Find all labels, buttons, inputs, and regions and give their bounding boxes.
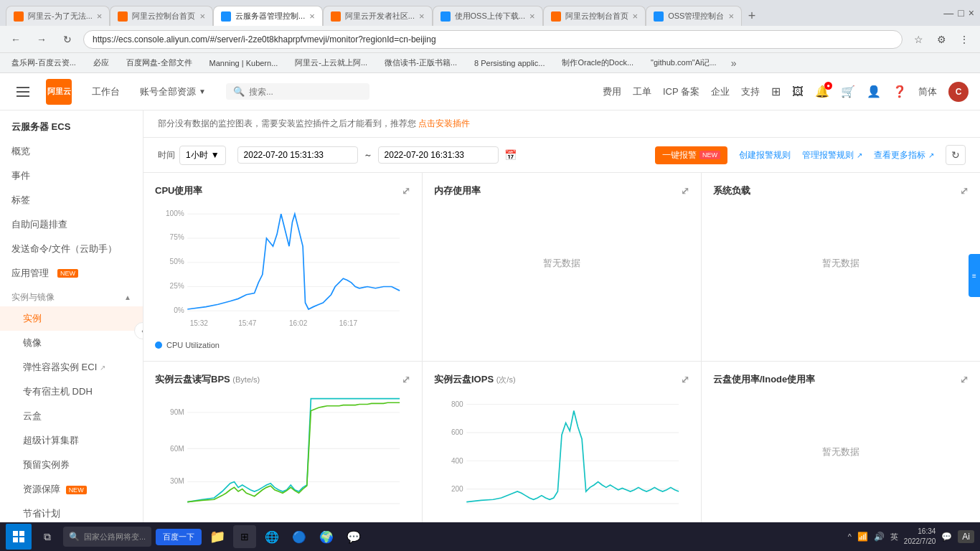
btn-more-metrics[interactable]: 查看更多指标 ↗ [874,149,934,161]
taskbar-tray-up[interactable]: ^ [848,532,852,541]
chart-cpu-expand[interactable]: ⤢ [402,185,410,197]
logo[interactable]: 阿里云 [46,79,72,105]
menu-icon[interactable]: ⋮ [954,29,974,50]
sidebar-item-command[interactable]: 发送命令/文件（云助手） [0,237,143,261]
taskbar-lang[interactable]: 英 [890,532,898,542]
bookmark-3[interactable]: 百度网盘-全部文件 [121,56,198,70]
taskbar-search-bar[interactable]: 🔍 国家公路网将变... [63,527,151,547]
tab-2[interactable]: 阿里云控制台首页 × [110,6,213,26]
sidebar-item-images[interactable]: 镜像 [0,331,143,355]
sidebar-item-appmanage[interactable]: 应用管理 NEW [0,261,143,286]
bookmark-6[interactable]: 微信读书-正版书籍... [379,56,463,70]
taskbar-wechat[interactable]: 💬 [342,525,365,548]
bookmark-4[interactable]: Manning | Kubern... [204,57,284,69]
bookmark-icon[interactable]: ☆ [908,29,928,50]
taskbar-app-2[interactable]: 🌍 [315,525,338,548]
nav-icon-1[interactable]: ⊞ [771,85,781,98]
nav-icon-5[interactable]: 👤 [867,85,881,98]
tab-7[interactable]: OSS管理控制台 × [646,6,742,26]
tab-close-7[interactable]: × [728,11,734,22]
sidebar-item-overview[interactable]: 概览 [0,139,143,164]
nav-fees[interactable]: 费用 [603,85,621,98]
bookmark-1[interactable]: 盘乐网-百度云资... [6,56,82,70]
bookmark-5[interactable]: 阿里云-上云就上阿... [289,56,373,70]
sidebar-item-hpc[interactable]: 超级计算集群 [0,428,143,453]
tab-close-5[interactable]: × [529,11,535,22]
date-end-input[interactable] [378,146,499,164]
back-button[interactable]: ← [6,29,26,50]
taskbar-notification-icon[interactable]: 💬 [941,532,952,542]
tab-4[interactable]: 阿里云开发者社区... × [323,6,433,26]
sidebar-item-eci[interactable]: 弹性容器实例 ECI ↗ [0,355,143,380]
bookmark-2[interactable]: 必应 [88,56,115,70]
nav-workstation[interactable]: 工作台 [83,81,128,103]
chart-sysload-expand[interactable]: ⤢ [960,185,969,197]
tab-close-1[interactable]: × [97,11,103,22]
taskview-button[interactable]: ⧉ [36,525,59,548]
bookmark-9[interactable]: "github.com"Ai记... [645,56,722,70]
tab-close-6[interactable]: × [633,11,639,22]
taskbar-file-explorer[interactable]: 📁 [206,525,229,548]
sidebar-item-tags[interactable]: 标签 [0,188,143,212]
close-button[interactable]: × [969,7,974,19]
nav-icon-6[interactable]: ❓ [892,85,907,98]
sidebar-section-instances[interactable]: 实例与镜像 ▲ [0,286,143,306]
address-input[interactable] [83,30,903,49]
date-start-input[interactable] [237,146,358,164]
tab-5[interactable]: 使用OSS上传下载... × [433,6,543,26]
sidebar-item-instances[interactable]: 实例 [0,306,143,331]
bookmark-7[interactable]: 8 Persisting applic... [468,57,550,69]
start-button[interactable] [6,524,32,550]
taskbar-app-1[interactable]: ⊞ [233,525,256,548]
sidebar-item-reserved[interactable]: 预留实例券 [0,453,143,477]
baidu-button[interactable]: 百度一下 [156,529,202,545]
extension-icon[interactable]: ⚙ [931,29,951,50]
bookmark-8[interactable]: 制作Oracle的Dock... [556,56,639,70]
btn-create-rule[interactable]: 创建报警规则 [739,149,791,161]
taskbar-volume-icon[interactable]: 🔊 [874,532,885,542]
calendar-icon[interactable]: 📅 [504,149,517,161]
tab-1[interactable]: 阿里云-为了无法... × [6,6,110,26]
btn-one-click-alert[interactable]: 一键报警 NEW [655,146,727,164]
sidebar-item-selfcheck[interactable]: 自助问题排查 [0,212,143,237]
tab-close-4[interactable]: × [419,11,425,22]
maximize-button[interactable]: □ [958,7,963,19]
taskbar-ai-button[interactable]: Ai [958,530,974,543]
nav-enterprise[interactable]: 企业 [711,85,730,98]
search-input[interactable] [249,87,357,97]
alert-link[interactable]: 点击安装插件 [418,118,470,128]
minimize-button[interactable]: — [943,7,953,19]
bookmarks-more[interactable]: » [731,57,737,69]
sidebar-item-ddh[interactable]: 专有宿主机 DDH [0,380,143,404]
refresh-button[interactable]: ↻ [57,29,77,50]
taskbar-edge[interactable]: 🌐 [260,525,283,548]
nav-lang[interactable]: 简体 [918,85,937,98]
nav-search[interactable]: 🔍 [226,83,369,100]
time-dropdown[interactable]: 1小时 ▼ [179,146,226,165]
nav-orders[interactable]: 工单 [633,85,651,98]
tab-3[interactable]: 云服务器管理控制... × [213,6,323,26]
btn-refresh[interactable]: ↻ [946,145,966,165]
tab-close-2[interactable]: × [199,11,205,22]
right-expand-button[interactable]: ≡ [969,254,980,297]
hamburger-button[interactable] [11,80,34,103]
nav-icp[interactable]: ICP 备案 [663,85,699,98]
chart-diskusage-expand[interactable]: ⤢ [960,374,969,385]
sidebar-item-events[interactable]: 事件 [0,164,143,188]
sidebar-item-cloudbox[interactable]: 云盒 [0,404,143,428]
chart-memory-expand[interactable]: ⤢ [681,185,689,197]
taskbar-clock[interactable]: 16:34 2022/7/20 [904,527,936,547]
nav-icon-4[interactable]: 🛒 [841,85,855,98]
btn-manage-rule[interactable]: 管理报警规则 ↗ [802,149,862,161]
chart-iops-expand[interactable]: ⤢ [681,374,689,385]
nav-icon-3[interactable]: 🔔● [815,85,829,98]
forward-button[interactable]: → [32,29,52,50]
nav-resources[interactable]: 账号全部资源 ▼ [131,81,215,103]
sidebar-item-resource-assure[interactable]: 资源保障 NEW [0,477,143,501]
taskbar-chrome[interactable]: 🔵 [288,525,311,548]
taskbar-network-icon[interactable]: 📶 [857,532,868,542]
tab-add-button[interactable]: + [742,6,762,26]
avatar[interactable]: C [948,82,969,102]
tab-close-3[interactable]: × [309,11,315,22]
nav-icon-2[interactable]: 🖼 [792,85,804,98]
